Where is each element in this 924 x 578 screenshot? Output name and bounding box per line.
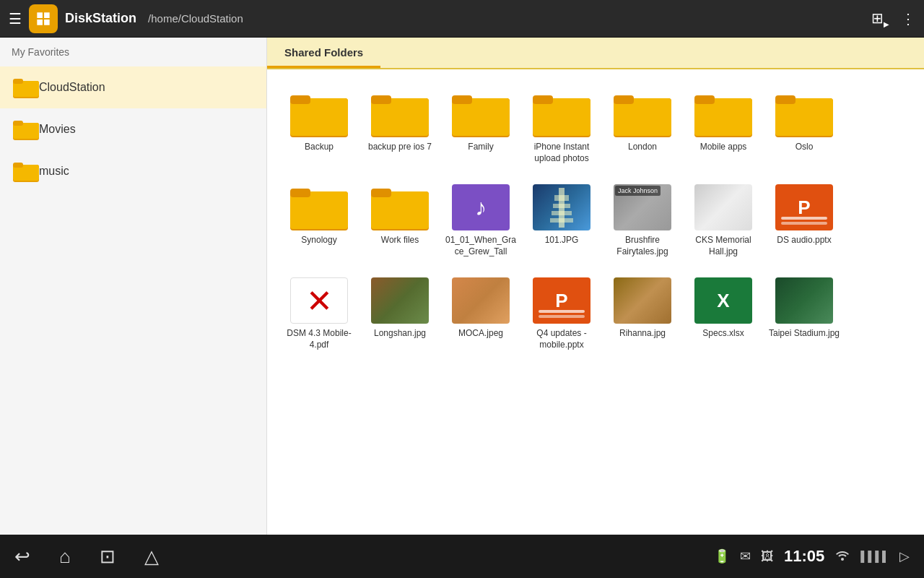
svg-rect-39 bbox=[552, 211, 572, 215]
folder-thumbnail bbox=[614, 91, 671, 137]
list-item[interactable]: Synology bbox=[279, 177, 359, 264]
file-label: 101.JPG bbox=[545, 235, 579, 246]
list-item[interactable]: P DS audio.pptx bbox=[764, 177, 845, 264]
list-item[interactable]: ♪ 01_01_When_Grace_Grew_Tall bbox=[440, 177, 521, 264]
folder-thumbnail bbox=[290, 184, 348, 230]
svg-rect-29 bbox=[775, 95, 796, 104]
svg-rect-5 bbox=[13, 121, 23, 126]
folder-thumbnail bbox=[371, 91, 429, 137]
gallery-icon: 🖼 bbox=[761, 549, 774, 564]
svg-rect-37 bbox=[554, 195, 569, 201]
image-thumbnail bbox=[775, 277, 833, 324]
email-icon: ✉ bbox=[740, 548, 751, 564]
folder-icon bbox=[775, 91, 833, 137]
home-button[interactable]: ⌂ bbox=[59, 545, 71, 568]
file-label: Synology bbox=[301, 235, 336, 246]
file-label: Brushfire Fairytales.jpg bbox=[606, 235, 679, 257]
svg-rect-23 bbox=[614, 95, 634, 104]
folder-thumbnail bbox=[290, 91, 348, 137]
sidebar-item-music[interactable]: music bbox=[0, 150, 266, 192]
back-button[interactable]: ↩ bbox=[14, 545, 30, 568]
pdf-icon: ✕ bbox=[306, 282, 333, 319]
image-thumbnail: Jack Johnson bbox=[614, 184, 671, 230]
grid-view-icon[interactable]: ⊞▶ bbox=[871, 9, 889, 28]
sidebar-item-label-music: music bbox=[39, 165, 69, 178]
top-bar: ☰ DiskStation /home/CloudStation ⊞▶ ⋮ bbox=[0, 0, 924, 38]
folder-icon bbox=[13, 118, 39, 140]
status-bar: 🔋 ✉ 🖼 11:05 ▌▌▌▌ ▷ bbox=[714, 547, 910, 566]
folder-thumbnail bbox=[452, 91, 510, 137]
svg-rect-14 bbox=[371, 95, 391, 104]
battery-icon: 🔋 bbox=[714, 548, 730, 564]
file-label: CKS Memorial Hall.jpg bbox=[687, 235, 759, 257]
content-area: Shared Folders Backup bbox=[267, 38, 924, 535]
hamburger-icon[interactable]: ☰ bbox=[9, 10, 22, 27]
svg-rect-2 bbox=[13, 79, 23, 84]
image-thumbnail bbox=[452, 277, 510, 324]
file-label: London bbox=[628, 142, 657, 153]
list-item[interactable]: Longshan.jpg bbox=[359, 270, 440, 358]
file-label: Rihanna.jpg bbox=[619, 328, 666, 340]
file-label: Taipei Stadium.jpg bbox=[769, 328, 840, 340]
list-item[interactable]: ✕ DSM 4.3 Mobile-4.pdf bbox=[279, 270, 359, 358]
sidebar-item-label-cloudstation: CloudStation bbox=[39, 81, 105, 94]
folder-icon bbox=[371, 184, 429, 230]
image-thumbnail bbox=[371, 277, 429, 324]
xlsx-thumbnail: X bbox=[694, 277, 752, 324]
folder-thumbnail bbox=[371, 184, 429, 230]
tab-shared-folders[interactable]: Shared Folders bbox=[267, 39, 380, 68]
bottom-bar: ↩ ⌂ ⊡ △ 🔋 ✉ 🖼 11:05 ▌▌▌▌ ▷ bbox=[0, 535, 924, 578]
svg-rect-8 bbox=[13, 163, 23, 168]
list-item[interactable]: 101.JPG bbox=[521, 177, 602, 264]
list-item[interactable]: MOCA.jpeg bbox=[440, 270, 521, 358]
pptx-thumbnail: P bbox=[533, 277, 590, 324]
folder-thumbnail bbox=[694, 91, 752, 137]
svg-rect-38 bbox=[553, 204, 570, 208]
tab-bar: Shared Folders bbox=[267, 38, 924, 69]
list-item[interactable]: London bbox=[602, 84, 683, 171]
folder-icon bbox=[290, 184, 348, 230]
folder-icon bbox=[694, 91, 752, 137]
file-label: DS audio.pptx bbox=[777, 235, 831, 246]
svg-rect-17 bbox=[452, 95, 472, 104]
folder-icon bbox=[452, 91, 510, 137]
file-label: MOCA.jpeg bbox=[458, 328, 503, 340]
music-file-thumbnail: ♪ bbox=[452, 184, 510, 230]
list-item[interactable]: Work files bbox=[359, 177, 440, 264]
list-item[interactable]: Family bbox=[440, 84, 521, 171]
app-name: DiskStation bbox=[65, 11, 136, 26]
file-label: Family bbox=[468, 142, 493, 153]
list-item[interactable]: iPhone Instant upload photos bbox=[521, 84, 602, 171]
recents-button[interactable]: ⊡ bbox=[100, 545, 116, 568]
sidebar-header: My Favorites bbox=[0, 38, 266, 66]
list-item[interactable]: P Q4 updates - mobile.pptx bbox=[521, 270, 602, 358]
more-options-icon[interactable]: ⋮ bbox=[901, 10, 915, 27]
list-item[interactable]: CKS Memorial Hall.jpg bbox=[683, 177, 764, 264]
list-item[interactable]: Oslo bbox=[764, 84, 845, 171]
app-logo bbox=[29, 4, 58, 33]
folder-icon bbox=[533, 91, 590, 137]
wifi-icon bbox=[834, 548, 850, 565]
file-label: Longshan.jpg bbox=[374, 328, 426, 340]
file-label: Mobile apps bbox=[700, 142, 747, 153]
svg-rect-26 bbox=[694, 95, 715, 104]
folder-thumbnail bbox=[533, 91, 590, 137]
list-item[interactable]: Jack Johnson Brushfire Fairytales.jpg bbox=[602, 177, 683, 264]
folder-icon bbox=[13, 160, 39, 182]
sidebar-item-movies[interactable]: Movies bbox=[0, 108, 266, 150]
file-grid: Backup backup pre ios 7 bbox=[267, 69, 924, 535]
list-item[interactable]: Backup bbox=[279, 84, 359, 171]
image-thumbnail bbox=[533, 184, 590, 230]
signal-bars-icon: ▌▌▌▌ bbox=[860, 551, 889, 562]
svg-rect-32 bbox=[290, 189, 310, 197]
expand-icon: ▷ bbox=[899, 548, 910, 564]
list-item[interactable]: X Specs.xlsx bbox=[683, 270, 764, 358]
clock: 11:05 bbox=[784, 547, 824, 566]
list-item[interactable]: Taipei Stadium.jpg bbox=[764, 270, 845, 358]
list-item[interactable]: backup pre ios 7 bbox=[359, 84, 440, 171]
menu-button[interactable]: △ bbox=[144, 545, 159, 568]
bottom-nav: ↩ ⌂ ⊡ △ bbox=[14, 545, 159, 568]
sidebar-item-cloudstation[interactable]: CloudStation bbox=[0, 66, 266, 108]
list-item[interactable]: Rihanna.jpg bbox=[602, 270, 683, 358]
list-item[interactable]: Mobile apps bbox=[683, 84, 764, 171]
